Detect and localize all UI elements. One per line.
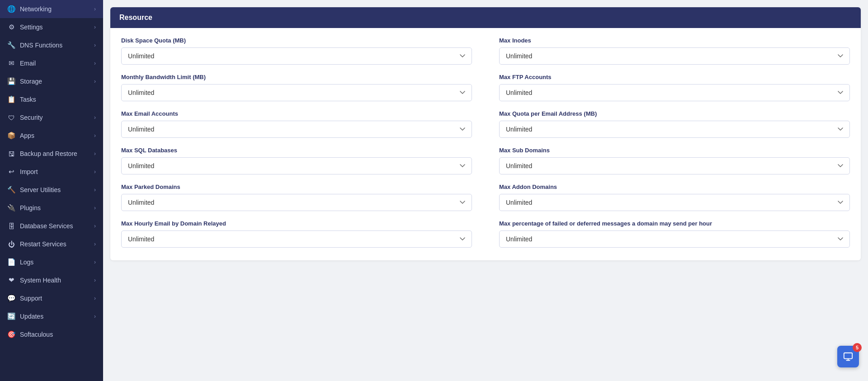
sidebar-item-label: Server Utilities — [20, 186, 61, 193]
resource-field-max-inodes: Max Inodes Unlimited 0 1 Custom — [499, 37, 850, 65]
support-icon: 💬 — [7, 294, 15, 302]
chevron-right-icon: › — [94, 151, 96, 157]
chevron-right-icon: › — [94, 78, 96, 85]
sidebar-item-softaculous[interactable]: 🎯 Softaculous — [0, 325, 103, 343]
sidebar-item-security[interactable]: 🛡 Security › — [0, 108, 103, 127]
chevron-right-icon: › — [94, 42, 96, 48]
email-icon: ✉ — [7, 59, 15, 67]
resource-header: Resource — [110, 7, 861, 28]
resource-field-max-sql-databases: Max SQL Databases Unlimited 0 1 Custom — [121, 147, 472, 174]
sidebar-item-label: Restart Services — [20, 240, 66, 248]
sidebar-item-left: 🔄 Updates — [7, 312, 43, 320]
sidebar-item-left: 📋 Tasks — [7, 95, 36, 103]
sidebar-item-label: DNS Functions — [20, 42, 62, 49]
resource-select-max-email-accounts[interactable]: Unlimited 0 1 Custom — [121, 121, 472, 138]
sidebar-item-database-services[interactable]: 🗄 Database Services › — [0, 217, 103, 235]
sidebar-item-email[interactable]: ✉ Email › — [0, 54, 103, 72]
resource-field-label-max-parked-domains: Max Parked Domains — [121, 183, 472, 190]
resource-field-label-disk-space-quota: Disk Space Quota (MB) — [121, 37, 472, 44]
sidebar-item-logs[interactable]: 📄 Logs › — [0, 253, 103, 271]
resource-field-max-quota-per-email: Max Quota per Email Address (MB) Unlimit… — [499, 110, 850, 138]
chevron-right-icon: › — [94, 24, 96, 30]
resource-select-max-parked-domains[interactable]: Unlimited 0 1 Custom — [121, 194, 472, 211]
sidebar-item-settings[interactable]: ⚙ Settings › — [0, 18, 103, 36]
sidebar-item-backup-restore[interactable]: 🖫 Backup and Restore › — [0, 145, 103, 163]
tasks-icon: 📋 — [7, 95, 15, 103]
resource-select-max-sql-databases[interactable]: Unlimited 0 1 Custom — [121, 157, 472, 174]
sidebar-item-left: 🔌 Plugins — [7, 204, 41, 212]
resource-field-label-max-addon-domains: Max Addon Domains — [499, 183, 850, 190]
sidebar-item-label: Support — [20, 295, 42, 302]
sidebar-item-label: Database Services — [20, 222, 73, 230]
chevron-right-icon: › — [94, 259, 96, 265]
sidebar-item-support[interactable]: 💬 Support › — [0, 289, 103, 307]
notification-badge: 5 — [853, 343, 862, 352]
logs-icon: 📄 — [7, 258, 15, 266]
sidebar-item-dns-functions[interactable]: 🔧 DNS Functions › — [0, 36, 103, 54]
backup-restore-icon: 🖫 — [7, 150, 15, 158]
resource-field-max-ftp-accounts: Max FTP Accounts Unlimited 0 1 Custom — [499, 74, 850, 101]
resource-field-label-max-sql-databases: Max SQL Databases — [121, 147, 472, 154]
resource-select-max-quota-per-email[interactable]: Unlimited 0 1 Custom — [499, 121, 850, 138]
sidebar-item-left: 🔨 Server Utilities — [7, 186, 61, 194]
resource-grid: Disk Space Quota (MB) Unlimited 0 1 Cust… — [121, 37, 850, 248]
sidebar-item-apps[interactable]: 📦 Apps › — [0, 127, 103, 145]
sidebar-item-restart-services[interactable]: ⏻ Restart Services › — [0, 235, 103, 253]
sidebar-item-label: Import — [20, 168, 38, 175]
plugins-icon: 🔌 — [7, 204, 15, 212]
storage-icon: 💾 — [7, 77, 15, 85]
chevron-right-icon: › — [94, 295, 96, 301]
resource-select-max-sub-domains[interactable]: Unlimited 0 1 Custom — [499, 157, 850, 174]
resource-select-disk-space-quota[interactable]: Unlimited 0 1 Custom — [121, 47, 472, 65]
sidebar-item-storage[interactable]: 💾 Storage › — [0, 72, 103, 90]
sidebar-item-plugins[interactable]: 🔌 Plugins › — [0, 199, 103, 217]
resource-field-label-max-deferred-messages: Max percentage of failed or deferred mes… — [499, 220, 850, 227]
chevron-right-icon: › — [94, 241, 96, 247]
resource-select-max-hourly-email[interactable]: Unlimited 0 1 Custom — [121, 230, 472, 248]
notification-button[interactable]: 5 — [837, 346, 859, 367]
sidebar-item-label: Security — [20, 114, 43, 121]
chevron-right-icon: › — [94, 114, 96, 121]
resource-field-label-max-email-accounts: Max Email Accounts — [121, 110, 472, 117]
sidebar-item-left: 🛡 Security — [7, 113, 43, 122]
resource-field-label-max-hourly-email: Max Hourly Email by Domain Relayed — [121, 220, 472, 227]
chevron-right-icon: › — [94, 205, 96, 211]
resource-select-max-addon-domains[interactable]: Unlimited 0 1 Custom — [499, 194, 850, 211]
database-services-icon: 🗄 — [7, 222, 15, 230]
resource-field-max-addon-domains: Max Addon Domains Unlimited 0 1 Custom — [499, 183, 850, 211]
import-icon: ↩ — [7, 168, 15, 176]
sidebar-item-left: 🎯 Softaculous — [7, 330, 53, 339]
sidebar-item-label: Apps — [20, 132, 34, 139]
sidebar-item-label: Email — [20, 60, 36, 67]
sidebar-item-left: ⚙ Settings — [7, 23, 43, 31]
resource-field-max-email-accounts: Max Email Accounts Unlimited 0 1 Custom — [121, 110, 472, 138]
resource-select-max-ftp-accounts[interactable]: Unlimited 0 1 Custom — [499, 84, 850, 101]
resource-field-label-max-quota-per-email: Max Quota per Email Address (MB) — [499, 110, 850, 117]
sidebar-item-label: Plugins — [20, 204, 41, 212]
sidebar-item-system-health[interactable]: ❤ System Health › — [0, 271, 103, 289]
chevron-right-icon: › — [94, 6, 96, 12]
settings-icon: ⚙ — [7, 23, 15, 31]
sidebar-item-server-utilities[interactable]: 🔨 Server Utilities › — [0, 181, 103, 199]
chevron-right-icon: › — [94, 60, 96, 66]
resource-select-monthly-bandwidth[interactable]: Unlimited 0 1 Custom — [121, 84, 472, 101]
system-health-icon: ❤ — [7, 276, 15, 284]
resource-body: Disk Space Quota (MB) Unlimited 0 1 Cust… — [110, 28, 861, 260]
sidebar-item-updates[interactable]: 🔄 Updates › — [0, 307, 103, 325]
sidebar-item-label: Networking — [20, 5, 52, 13]
resource-select-max-inodes[interactable]: Unlimited 0 1 Custom — [499, 47, 850, 65]
restart-services-icon: ⏻ — [7, 240, 15, 248]
updates-icon: 🔄 — [7, 312, 15, 320]
sidebar-item-networking[interactable]: 🌐 Networking › — [0, 0, 103, 18]
chevron-right-icon: › — [94, 187, 96, 193]
sidebar-item-left: 📄 Logs — [7, 258, 33, 266]
sidebar-item-label: System Health — [20, 277, 61, 284]
sidebar-item-left: 🖫 Backup and Restore — [7, 150, 77, 158]
security-icon: 🛡 — [7, 113, 15, 122]
sidebar-item-left: 🌐 Networking — [7, 5, 52, 13]
resource-select-max-deferred-messages[interactable]: Unlimited 0 1 Custom — [499, 230, 850, 248]
sidebar-item-label: Updates — [20, 313, 43, 320]
sidebar-item-import[interactable]: ↩ Import › — [0, 163, 103, 181]
main-content: Resource Disk Space Quota (MB) Unlimited… — [103, 0, 868, 381]
sidebar-item-tasks[interactable]: 📋 Tasks — [0, 90, 103, 108]
